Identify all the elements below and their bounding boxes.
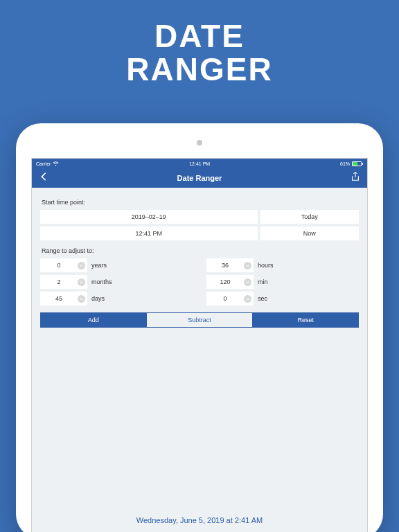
reset-button[interactable]: Reset xyxy=(253,312,359,328)
unit-label: sec xyxy=(258,295,267,302)
now-button[interactable]: Now xyxy=(260,227,360,240)
unit-label: hours xyxy=(258,262,274,269)
content-area: Start time point: 2019–02–19 Today 12:41… xyxy=(32,188,367,532)
promo-title: DATE RANGER xyxy=(126,19,272,87)
clear-icon[interactable]: × xyxy=(78,278,85,286)
range-col-right: 36× hours 120× min 0× sec xyxy=(206,258,359,305)
start-time-field[interactable]: 12:41 PM xyxy=(40,227,258,240)
add-button[interactable]: Add xyxy=(40,312,146,328)
status-bar: Carrier 12:41 PM 61% xyxy=(32,159,367,168)
range-col-left: 0× years 2× months 45× days xyxy=(40,258,193,305)
start-label: Start time point: xyxy=(42,199,359,206)
battery-percent: 61% xyxy=(340,161,350,166)
months-input[interactable]: 2× xyxy=(40,275,87,289)
nav-title: Date Ranger xyxy=(177,174,222,182)
start-date-field[interactable]: 2019–02–19 xyxy=(40,210,258,224)
years-input[interactable]: 0× xyxy=(40,258,87,272)
unit-label: years xyxy=(91,262,107,269)
days-input[interactable]: 45× xyxy=(40,292,87,305)
carrier-label: Carrier xyxy=(36,161,51,166)
hours-input[interactable]: 36× xyxy=(206,258,254,272)
subtract-button[interactable]: Subtract xyxy=(146,312,252,328)
back-button[interactable] xyxy=(39,172,48,184)
unit-label: days xyxy=(91,295,105,302)
clear-icon[interactable]: × xyxy=(78,262,85,269)
unit-label: months xyxy=(91,278,112,285)
sec-input[interactable]: 0× xyxy=(206,292,254,305)
today-button[interactable]: Today xyxy=(260,210,360,224)
clear-icon[interactable]: × xyxy=(244,278,251,286)
tablet-camera xyxy=(197,140,202,145)
clear-icon[interactable]: × xyxy=(78,295,85,303)
app-screen: Carrier 12:41 PM 61% Date Ranger Sta xyxy=(31,158,368,532)
chevron-left-icon xyxy=(39,172,48,181)
tablet-frame: Carrier 12:41 PM 61% Date Ranger Sta xyxy=(16,123,383,532)
nav-bar: Date Ranger xyxy=(32,168,367,188)
clear-icon[interactable]: × xyxy=(244,262,251,269)
clear-icon[interactable]: × xyxy=(244,295,251,303)
range-grid: 0× years 2× months 45× days 36× xyxy=(40,258,359,305)
battery-icon xyxy=(352,161,363,166)
action-buttons: Add Subtract Reset xyxy=(40,312,359,328)
statusbar-time: 12:41 PM xyxy=(189,161,210,166)
range-label: Range to adjust to: xyxy=(42,247,359,254)
share-button[interactable] xyxy=(351,172,360,184)
unit-label: min xyxy=(258,278,268,285)
share-icon xyxy=(351,172,360,181)
result-text: Wednesday, June 5, 2019 at 2:41 AM xyxy=(40,516,359,524)
min-input[interactable]: 120× xyxy=(206,275,254,289)
wifi-icon xyxy=(53,161,59,166)
